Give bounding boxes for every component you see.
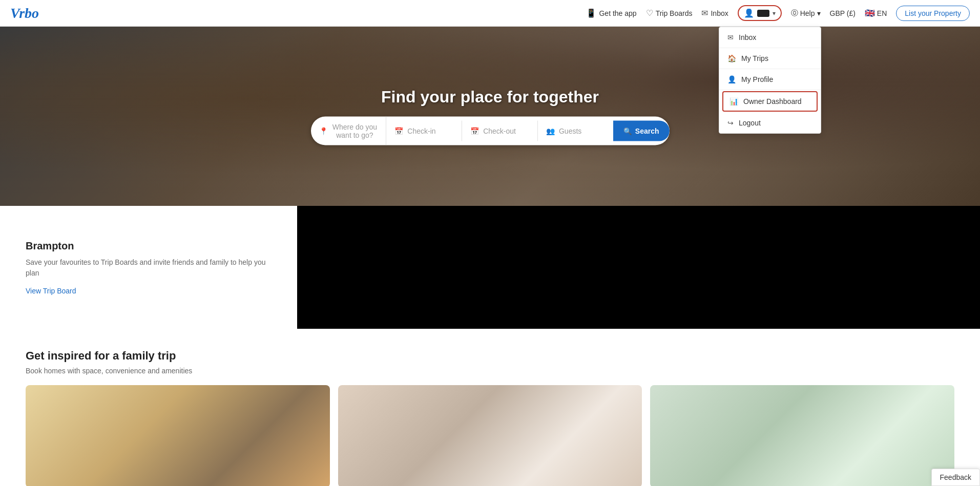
- user-dropdown-menu: ✉ Inbox 🏠 My Trips 👤 My Profile 📊 Owner …: [719, 27, 821, 134]
- hero-title: Find your place for together: [311, 88, 670, 107]
- dashboard-icon: 📊: [729, 97, 738, 105]
- feedback-button[interactable]: Feedback: [931, 469, 980, 486]
- list-property-button[interactable]: List your Property: [896, 6, 970, 21]
- guests-field[interactable]: 👥 Guests: [538, 121, 613, 141]
- trip-boards-link[interactable]: ♡ Trip Boards: [646, 8, 693, 18]
- hero-section: Find your place for together 📍 Where do …: [0, 27, 980, 206]
- card-image-1: [26, 385, 330, 486]
- card-image-3: [650, 385, 954, 486]
- dropdown-item-owner-dashboard[interactable]: 📊 Owner Dashboard: [722, 91, 818, 112]
- inspire-title: Get inspired for a family trip: [26, 349, 954, 363]
- dropdown-item-logout[interactable]: ↪ Logout: [719, 113, 821, 133]
- help-button[interactable]: ⓪ Help ▾: [791, 9, 821, 18]
- inspire-cards: [26, 385, 954, 486]
- view-trip-board-link[interactable]: View Trip Board: [26, 287, 272, 295]
- help-circle-icon: ⓪: [791, 9, 798, 18]
- nav: 📱 Get the app ♡ Trip Boards ✉ Inbox 👤 ▾ …: [586, 5, 970, 21]
- inspire-description: Book homes with space, convenience and a…: [26, 367, 954, 375]
- inbox-link[interactable]: ✉ Inbox: [701, 8, 728, 18]
- guests-placeholder: Guests: [559, 127, 581, 135]
- inspire-card-2[interactable]: [338, 385, 642, 486]
- language-selector[interactable]: 🇬🇧 EN: [865, 8, 887, 18]
- mail-icon: ✉: [701, 8, 708, 18]
- search-icon: 🔍: [623, 127, 632, 135]
- heart-icon: ♡: [646, 8, 653, 18]
- checkin-field[interactable]: 📅 Check-in: [386, 121, 462, 141]
- flag-icon: 🇬🇧: [865, 8, 875, 18]
- guests-icon: 👥: [546, 127, 555, 135]
- location-pin-icon: 📍: [319, 127, 328, 135]
- currency-selector[interactable]: GBP (£): [830, 9, 856, 17]
- calendar-checkin-icon: 📅: [394, 127, 403, 135]
- checkout-placeholder: Check-out: [483, 127, 516, 135]
- trip-info: Brampton Save your favourites to Trip Bo…: [0, 206, 297, 329]
- profile-icon: 👤: [727, 75, 736, 83]
- logo[interactable]: Vrbo: [10, 5, 39, 22]
- trip-board-image: [297, 206, 980, 329]
- hero-content: Find your place for together 📍 Where do …: [311, 88, 670, 145]
- location-field[interactable]: 📍 Where do you want to go?: [311, 117, 387, 145]
- search-button-label: Search: [635, 127, 659, 135]
- get-app-link[interactable]: 📱 Get the app: [586, 8, 636, 18]
- checkin-placeholder: Check-in: [407, 127, 435, 135]
- search-bar: 📍 Where do you want to go? 📅 Check-in 📅 …: [311, 117, 670, 145]
- card-image-2: [338, 385, 642, 486]
- trip-city: Brampton: [26, 240, 272, 252]
- help-chevron-icon: ▾: [817, 9, 821, 17]
- logout-icon: ↪: [727, 119, 734, 127]
- chevron-down-icon: ▾: [773, 10, 776, 17]
- user-icon: 👤: [744, 8, 754, 18]
- dropdown-item-my-trips[interactable]: 🏠 My Trips: [719, 48, 821, 69]
- inspire-card-3[interactable]: [650, 385, 954, 486]
- dropdown-item-inbox[interactable]: ✉ Inbox: [719, 27, 821, 48]
- search-button[interactable]: 🔍 Search: [613, 121, 670, 141]
- location-placeholder: Where do you want to go?: [332, 123, 378, 139]
- user-menu-button[interactable]: 👤 ▾: [738, 5, 782, 21]
- checkout-field[interactable]: 📅 Check-out: [462, 121, 538, 141]
- trip-board-section: Brampton Save your favourites to Trip Bo…: [0, 206, 980, 329]
- inspire-card-1[interactable]: [26, 385, 330, 486]
- dropdown-item-my-profile[interactable]: 👤 My Profile: [719, 69, 821, 90]
- trip-description: Save your favourites to Trip Boards and …: [26, 257, 272, 279]
- user-avatar: [757, 10, 769, 17]
- phone-icon: 📱: [586, 8, 596, 18]
- inspire-section: Get inspired for a family trip Book home…: [0, 329, 980, 486]
- home-icon: 🏠: [727, 54, 736, 62]
- header: Vrbo 📱 Get the app ♡ Trip Boards ✉ Inbox…: [0, 0, 980, 27]
- inbox-icon: ✉: [727, 33, 734, 41]
- calendar-checkout-icon: 📅: [470, 127, 479, 135]
